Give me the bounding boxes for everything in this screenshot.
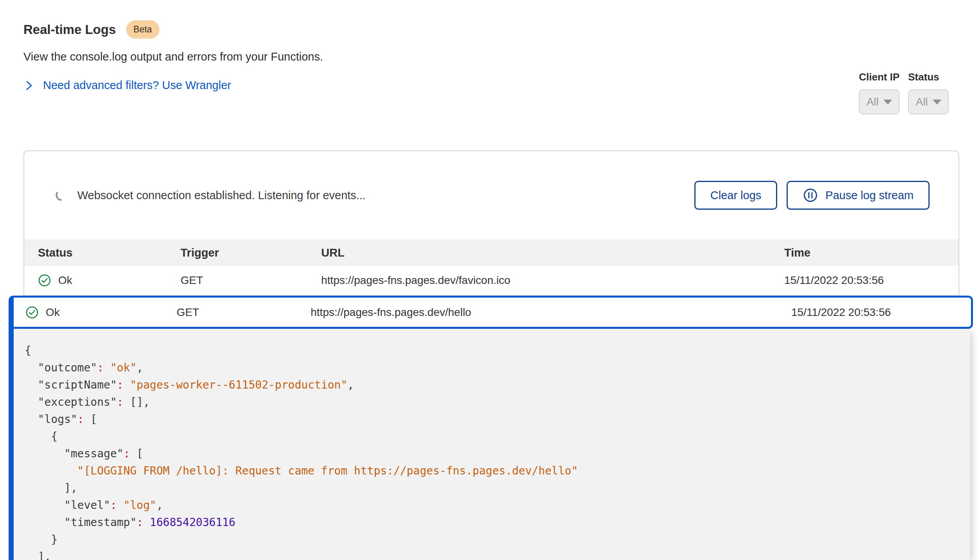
pause-log-stream-label: Pause log stream: [825, 189, 914, 202]
caret-down-icon: [933, 100, 941, 105]
websocket-status-message: Websocket connection established. Listen…: [77, 189, 366, 202]
expanded-log-entry: Ok GET https://pages-fns.pages.dev/hello…: [9, 296, 973, 560]
json-code-line: {: [25, 342, 959, 359]
client-ip-filter-group: Client IP All: [859, 71, 900, 114]
filters: Client IP All Status All: [859, 71, 949, 114]
cell-status: Ok: [25, 306, 177, 319]
log-table-row[interactable]: Ok GET https://pages-fns.pages.dev/favic…: [24, 266, 959, 296]
wrangler-link[interactable]: Need advanced filters? Use Wrangler: [23, 79, 231, 92]
cell-url: https://pages-fns.pages.dev/hello: [311, 306, 791, 319]
json-code-line: }: [25, 531, 959, 548]
column-header-status: Status: [38, 246, 181, 259]
json-code-line: "scriptName": "pages-worker--611502-prod…: [25, 376, 959, 394]
clear-logs-label: Clear logs: [710, 189, 762, 202]
status-filter-label: Status: [908, 71, 949, 83]
column-header-trigger: Trigger: [181, 246, 321, 259]
pause-icon: [803, 187, 818, 203]
toolbar-buttons: Clear logs Pause log stream: [694, 181, 930, 210]
cell-trigger: GET: [177, 306, 311, 319]
json-code-line: ],: [25, 480, 959, 497]
cell-url: https://pages-fns.pages.dev/favicon.ico: [321, 274, 784, 287]
json-code-line: "logs": [: [25, 411, 959, 428]
json-code-line: "timestamp": 1668542036116: [25, 514, 959, 531]
cell-status: Ok: [38, 274, 181, 287]
client-ip-filter-value: All: [866, 96, 878, 108]
client-ip-filter-dropdown[interactable]: All: [859, 89, 900, 114]
wrangler-link-label: Need advanced filters? Use Wrangler: [43, 79, 231, 92]
json-code-line: "outcome": "ok",: [25, 359, 959, 376]
log-detail-json: { "outcome": "ok", "scriptName": "pages-…: [14, 329, 970, 560]
page-header: Real-time Logs Beta View the console.log…: [23, 20, 323, 92]
status-filter-value: All: [916, 96, 928, 108]
page-title: Real-time Logs: [23, 22, 116, 37]
check-circle-icon: [25, 306, 39, 319]
page-description: View the console.log output and errors f…: [23, 50, 323, 63]
json-code-line: "[LOGGING FROM /hello]: Request came fro…: [25, 462, 959, 480]
status-value: Ok: [46, 306, 60, 319]
status-filter-dropdown[interactable]: All: [908, 89, 949, 114]
expanded-log-row[interactable]: Ok GET https://pages-fns.pages.dev/hello…: [14, 296, 973, 329]
status-value: Ok: [58, 274, 72, 287]
json-code-line: "message": [: [25, 445, 959, 462]
cell-time: 15/11/2022 20:53:56: [784, 274, 959, 287]
websocket-status: Websocket connection established. Listen…: [55, 189, 366, 202]
json-code-line: "level": "log",: [25, 497, 959, 514]
status-filter-group: Status All: [908, 71, 949, 114]
json-code-line: ],: [25, 548, 959, 560]
pause-log-stream-button[interactable]: Pause log stream: [787, 181, 930, 210]
spinner-icon: [55, 189, 67, 201]
log-panel: Websocket connection established. Listen…: [23, 150, 959, 296]
clear-logs-button[interactable]: Clear logs: [694, 181, 778, 210]
panel-toolbar: Websocket connection established. Listen…: [24, 151, 959, 239]
cell-trigger: GET: [181, 274, 321, 287]
cell-time: 15/11/2022 20:53:56: [791, 306, 971, 319]
json-code-line: "exceptions": [],: [25, 394, 959, 411]
json-code-line: {: [25, 428, 959, 445]
chevron-right-icon: [23, 80, 34, 91]
beta-badge: Beta: [126, 20, 159, 39]
column-header-time: Time: [784, 246, 959, 259]
client-ip-filter-label: Client IP: [859, 71, 900, 83]
caret-down-icon: [883, 100, 892, 105]
log-table-header: Status Trigger URL Time: [24, 239, 959, 266]
column-header-url: URL: [321, 246, 784, 259]
title-row: Real-time Logs Beta: [23, 20, 323, 39]
check-circle-icon: [38, 274, 51, 287]
